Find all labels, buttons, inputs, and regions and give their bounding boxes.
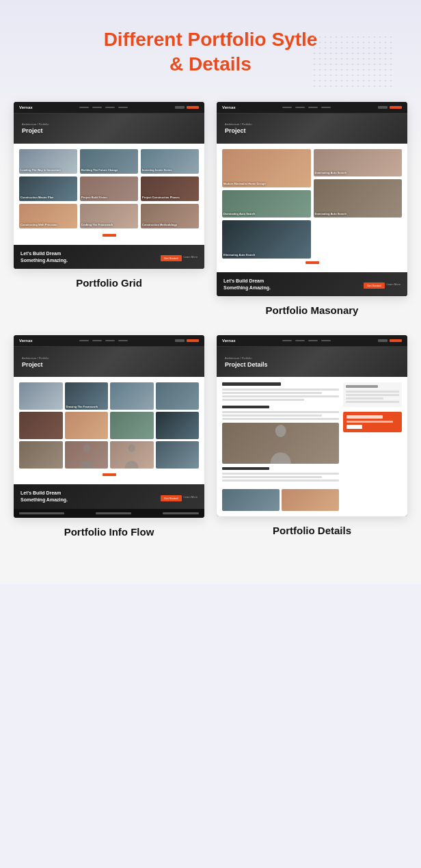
flow-img-6 (65, 412, 109, 439)
cta-label: Let's Build DreamSomething Amazing. (21, 250, 108, 264)
nav-link-f3 (105, 340, 115, 341)
details-before-work (222, 382, 339, 402)
flow-img-7 (110, 412, 154, 439)
mini-nav-right (175, 106, 199, 109)
cta-btn-m1: Get Started (364, 282, 384, 289)
grid-row-1: Leading The Way in Innovation Building T… (19, 149, 199, 174)
sidebar-line-1 (346, 391, 399, 393)
grid-row-2: Construction Master Plan Project Build V… (19, 176, 199, 201)
flow-img-8 (156, 412, 200, 439)
pagination (19, 231, 199, 239)
nav-btn-m-cta (390, 106, 402, 109)
img-label-8: Crafting The Framework (81, 224, 137, 226)
details-layout (222, 382, 402, 511)
details-main-col (222, 382, 339, 511)
masonry-img-3: Dominating Auto Search (222, 190, 311, 218)
mini-nav-masonary: Vernax (217, 102, 407, 114)
masonry-label-1: Modern Minimalist Home Design (223, 183, 310, 185)
cta-btn-2: Learn More (184, 255, 198, 259)
footer-item-2 (96, 512, 132, 514)
mini-flow-content: Drawing The Framework (14, 377, 204, 484)
portfolio-masonary-preview: Vernax Architecture / Port (217, 102, 407, 297)
ready-btn (347, 425, 362, 429)
mini-grid-content: Leading The Way in Innovation Building T… (14, 144, 204, 245)
details-after-work (222, 467, 339, 483)
mini-logo-m: Vernax (222, 105, 236, 109)
grid-img-6: Project Construction Phases (141, 176, 199, 201)
mini-nav-right-f (175, 339, 199, 342)
nav-link-m1 (282, 107, 292, 108)
img-label-4: Construction Master Plan (21, 196, 76, 199)
mini-cta-flow: Let's Build DreamSomething Amazing. Get … (14, 484, 204, 509)
flow-page-btn (103, 473, 116, 476)
img-label-6: Project Construction Phases (142, 196, 198, 199)
cta-label-f: Let's Build DreamSomething Amazing. (21, 490, 108, 503)
aw-text-3 (222, 479, 339, 482)
nav-link-1 (79, 107, 89, 108)
grid-img-3: Inventing Iconic Series (141, 149, 199, 174)
img-label-9: Construction Methodology (142, 224, 198, 226)
masonry-label-4: Dominating Auto Search (315, 213, 401, 215)
dotted-bg-decoration (312, 34, 394, 89)
portfolio-details-preview: Vernax Architecture / Port (217, 335, 407, 516)
mini-nav-links-d (282, 340, 331, 341)
text-4 (222, 399, 304, 401)
masonry-label-2: Dominating Auto Search (315, 172, 401, 174)
nav-link-d3 (308, 340, 318, 341)
bw-text-3 (222, 418, 339, 420)
flow-img-9 (19, 441, 63, 469)
svg-point-0 (83, 444, 90, 452)
bottom-img-2 (282, 489, 339, 511)
nav-link-2 (92, 107, 102, 108)
mini-hero-flow: Architecture / Portfolio Project (14, 347, 204, 377)
bottom-img-1 (222, 489, 280, 511)
title-normal: Different (104, 29, 182, 50)
masonry-img-4: Dominating Auto Search (314, 179, 403, 218)
mini-hero-title-f: Project (22, 361, 49, 368)
cta-btn-f1: Get Started (161, 495, 181, 501)
before-work-img (222, 423, 339, 464)
bw-text-2 (222, 415, 322, 417)
flow-pagination (19, 471, 199, 479)
portfolio-grid-preview: Vernax Architectu (14, 102, 204, 269)
masonry-cols: Modern Minimalist Home Design Dominating… (222, 149, 402, 259)
aw-text-1 (222, 473, 339, 475)
nav-btn-f-cta (187, 339, 199, 342)
nav-link-4 (118, 107, 128, 108)
ready-to-work-box (343, 412, 402, 432)
cta-btn-m2: Learn More (387, 282, 400, 286)
portfolio-flow-preview: Vernax Architecture / Port (14, 335, 204, 518)
nav-btn-2 (175, 106, 185, 109)
masonry-page-btn (305, 261, 319, 264)
header-wrap: Different Portfolio Sytle & Details (14, 27, 407, 77)
img-label-7: Constructing With Precision (21, 224, 76, 226)
grid-img-2: Building The Future Change (80, 149, 138, 174)
flow-img-3 (110, 382, 154, 410)
details-sidebar-col (343, 382, 402, 511)
mini-logo-f: Vernax (19, 339, 33, 343)
before-work-title (222, 406, 269, 408)
flow-row-2 (19, 412, 199, 439)
mini-hero-grid: Architecture / Portfolio Project (14, 114, 204, 144)
portfolio-flow-label: Portfolio Info Flow (64, 526, 154, 538)
masonry-img-1: Modern Minimalist Home Design (222, 149, 311, 187)
before-work-img-wrap (222, 423, 339, 464)
svg-point-1 (128, 444, 135, 452)
grid-img-4: Construction Master Plan (19, 176, 77, 201)
mini-logo-d: Vernax (222, 339, 236, 343)
nav-link-m3 (308, 107, 318, 108)
mini-nav-links-m (282, 107, 331, 108)
grid-img-8: Crafting The Framework (80, 204, 138, 228)
cta-btn-f2: Learn More (184, 495, 198, 499)
mini-nav-links (79, 107, 128, 108)
text-3 (222, 395, 339, 397)
img-label-5: Project Build Vision (81, 196, 137, 199)
nav-link-3 (105, 107, 115, 108)
masonry-col-left: Modern Minimalist Home Design Dominating… (222, 149, 311, 259)
nav-btn-f2 (175, 339, 185, 342)
nav-link-f2 (92, 340, 102, 341)
portfolio-row-1: Vernax Architectu (14, 102, 407, 317)
page-btn (103, 234, 116, 237)
portfolio-grid-label: Portfolio Grid (76, 277, 142, 289)
masonry-img-5: Eliminating Auto Search (222, 220, 311, 259)
